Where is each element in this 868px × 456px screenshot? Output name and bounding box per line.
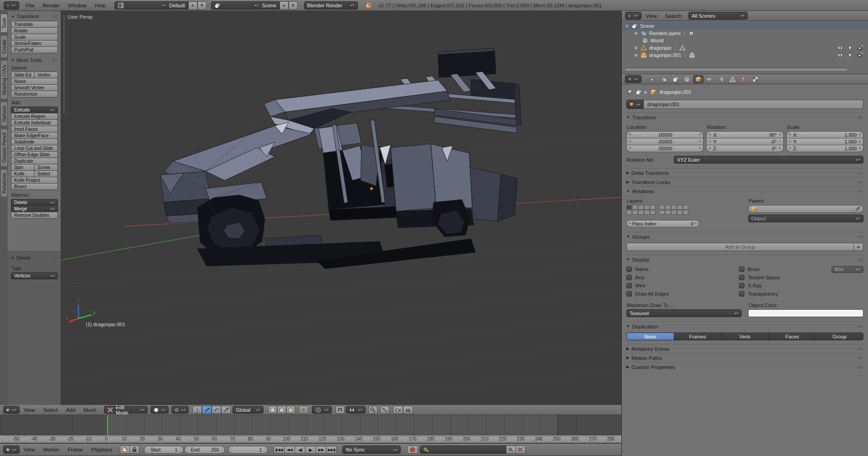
screen-layout-selector[interactable]: ▲▼ Default	[114, 1, 188, 10]
manipulator-axes-button[interactable]	[192, 406, 202, 414]
layer-cell[interactable]	[626, 210, 632, 215]
editor-type-properties-button[interactable]: ▲▼	[625, 75, 641, 83]
relations-extras-section-header[interactable]: ▶ Relations Extras	[626, 344, 863, 353]
play-reverse-button[interactable]: ◀	[294, 446, 305, 454]
visibility-eye-icon[interactable]	[837, 52, 843, 58]
rotation-y-field[interactable]: ◂Y:-0°▸	[706, 138, 783, 145]
transform-locks-section-header[interactable]: ▶ Transform Locks	[626, 177, 863, 186]
visibility-eye-icon[interactable]	[837, 45, 843, 51]
scene-icon[interactable]	[636, 89, 642, 95]
tab-object[interactable]	[693, 75, 703, 83]
tab-object-data[interactable]	[728, 75, 738, 83]
axis-checkbox[interactable]	[626, 275, 632, 280]
new-group-button[interactable]: +	[853, 243, 863, 251]
groups-section-header[interactable]: ▼ Groups	[626, 232, 863, 241]
inset-faces-button[interactable]: Inset Faces	[11, 126, 58, 133]
manipulator-scale-button[interactable]	[221, 406, 231, 414]
layer-cell[interactable]	[683, 210, 688, 215]
object-name-input[interactable]: dragonjan.001	[644, 100, 863, 109]
mode-dropdown[interactable]: Edit Mode ▲▼	[104, 406, 148, 414]
menu-tl-marker[interactable]: Marker	[39, 447, 64, 452]
viewport-shading-dropdown[interactable]: ▲▼	[150, 406, 169, 414]
vertex-select-mode-button[interactable]	[268, 406, 277, 414]
start-frame-field[interactable]: ‹ Start: 1 ›	[144, 446, 183, 454]
panel-grip-icon[interactable]	[858, 172, 863, 174]
proportional-edit-dropdown[interactable]: ▲▼	[312, 406, 332, 414]
close-scene-button[interactable]: ×	[289, 1, 298, 10]
expand-icon[interactable]: ⊕	[634, 31, 638, 36]
motion-paths-section-header[interactable]: ▶ Motion Paths	[626, 353, 863, 362]
spin-button[interactable]: Spin	[11, 164, 35, 171]
screw-button[interactable]: Screw	[35, 164, 58, 171]
custom-properties-section-header[interactable]: ▶ Custom Properties	[626, 362, 863, 371]
layer-cell[interactable]	[677, 210, 682, 215]
rotation-z-field[interactable]: ◂Z:0°▸	[706, 145, 783, 152]
menu-render[interactable]: Render	[39, 3, 64, 8]
menu-window[interactable]: Window	[64, 3, 91, 8]
panel-grip-icon[interactable]	[858, 190, 863, 193]
layer-cell[interactable]	[671, 210, 677, 215]
layer-cell[interactable]	[632, 205, 638, 210]
tab-world[interactable]	[682, 75, 692, 83]
duplication-none-button[interactable]: None	[626, 333, 674, 340]
outliner-menu-view[interactable]: View	[641, 13, 661, 19]
tool-shelf-scrollbar[interactable]	[62, 14, 66, 115]
knife-select-button[interactable]: Select	[35, 170, 58, 177]
layer-cell[interactable]	[626, 205, 632, 210]
delete-type-dropdown[interactable]: Vertices ▲▼	[11, 272, 58, 279]
tab-create[interactable]: Create	[1, 35, 8, 58]
panel-grip-icon[interactable]	[52, 59, 57, 61]
tab-tools[interactable]: Tools	[1, 14, 8, 33]
draw-all-edges-checkbox[interactable]	[626, 291, 632, 297]
menu-tl-playback[interactable]: Playback	[87, 447, 117, 452]
renderability-camera-icon[interactable]	[857, 52, 863, 58]
outliner-row-scene[interactable]: ⊖ Scene	[622, 22, 868, 30]
current-frame-marker[interactable]	[107, 415, 108, 435]
menu-help[interactable]: Help	[91, 3, 110, 8]
decrement-arrow-icon[interactable]: ‹	[187, 447, 188, 451]
snap-target-button[interactable]	[368, 406, 377, 414]
render-opengl-anim-button[interactable]	[403, 406, 413, 414]
selectability-cursor-icon[interactable]	[847, 45, 853, 51]
delta-transform-section-header[interactable]: ▶ Delta Transform	[626, 168, 863, 177]
decrement-arrow-icon[interactable]: ‹	[146, 447, 148, 451]
limit-to-visible-button[interactable]	[299, 406, 308, 414]
duplicate-button[interactable]: Duplicate	[11, 158, 58, 164]
close-layout-button[interactable]: ×	[197, 1, 207, 10]
jump-next-keyframe-button[interactable]: ▶▶	[315, 446, 326, 454]
outliner-row-renderlayers[interactable]: ⊕ RenderLayers |	[622, 30, 868, 37]
use-preview-range-button[interactable]	[120, 446, 130, 454]
layer-cell[interactable]	[659, 210, 665, 215]
xray-checkbox[interactable]	[739, 283, 744, 288]
rotation-x-field[interactable]: ◂X:90°▸	[706, 131, 783, 138]
delete-menu[interactable]: Delete ▲▼	[11, 199, 58, 206]
tab-scene[interactable]	[671, 75, 681, 83]
render-opengl-button[interactable]	[393, 406, 403, 414]
tab-constraints[interactable]	[705, 75, 715, 83]
menu-select[interactable]: Select	[39, 407, 62, 413]
play-button[interactable]: ▶	[305, 446, 316, 454]
menu-tl-view[interactable]: View	[20, 447, 39, 452]
snap-element-dropdown[interactable]: ▲▼	[346, 406, 366, 414]
push-pull-button[interactable]: Push/Pull	[11, 46, 58, 53]
layer-cell[interactable]	[644, 205, 650, 210]
loop-cut-button[interactable]: Loop Cut and Slide	[11, 145, 58, 152]
panel-grip-icon[interactable]	[52, 256, 57, 259]
manipulator-rotate-button[interactable]	[212, 406, 221, 414]
transparency-checkbox[interactable]	[739, 291, 744, 297]
layer-cell[interactable]	[638, 205, 644, 210]
extrude-menu[interactable]: Extrude ▲▼	[11, 107, 58, 113]
panel-grip-icon[interactable]	[858, 181, 863, 184]
panel-grip-icon[interactable]	[52, 15, 57, 18]
lock-time-button[interactable]	[129, 446, 140, 454]
slide-vertex-button[interactable]: Vertex	[35, 72, 58, 78]
duplication-verts-button[interactable]: Verts	[721, 333, 769, 340]
panel-grip-icon[interactable]	[858, 325, 863, 328]
timeline-track-area[interactable]	[0, 415, 621, 435]
merge-menu[interactable]: Merge ▲▼	[11, 205, 58, 212]
jump-to-start-button[interactable]: ▮◀◀	[274, 446, 284, 454]
layer-cell[interactable]	[659, 205, 665, 210]
subdivide-button[interactable]: Subdivide	[11, 138, 58, 145]
pivot-point-dropdown[interactable]: ▲▼	[171, 406, 189, 414]
layer-cell[interactable]	[638, 210, 644, 215]
